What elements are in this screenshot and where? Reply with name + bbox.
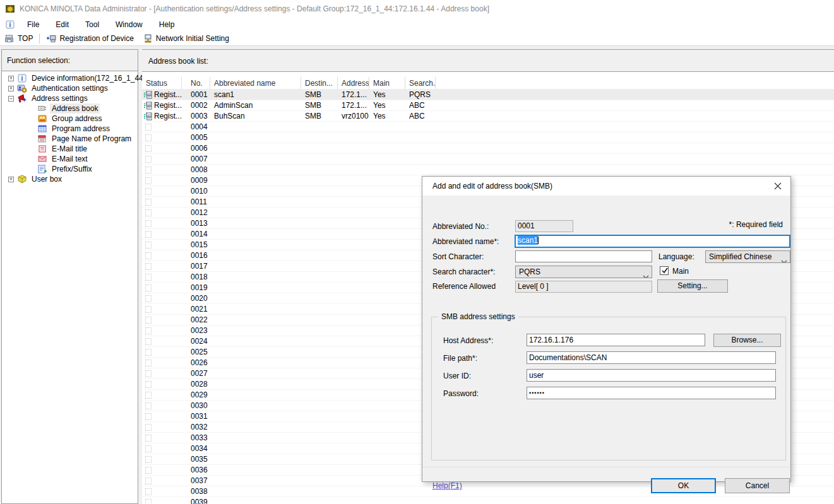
tree-item-program-address[interactable]: Program address	[2, 124, 138, 134]
host-address-input[interactable]: 172.16.1.176	[527, 334, 705, 346]
status-text: Regist...	[154, 90, 182, 100]
file-path-input[interactable]: Documentations\SCAN	[527, 351, 776, 364]
tree-item-group-address[interactable]: Group address	[2, 114, 138, 124]
toolbar-button-top[interactable]: TOP	[0, 32, 37, 45]
tree-item-authentication-settings[interactable]: +Authentication settings	[2, 83, 138, 93]
table-row-empty[interactable]: 0039	[142, 497, 834, 504]
menu-file[interactable]: File	[19, 18, 47, 31]
collapse-icon[interactable]: −	[8, 96, 14, 102]
cell-status	[142, 358, 182, 368]
table-row-empty[interactable]: 0005	[142, 132, 834, 143]
expand-icon[interactable]: +	[8, 76, 14, 81]
cell-no: 0011	[182, 197, 210, 208]
tree-item-address-settings[interactable]: −Address settings	[2, 93, 138, 103]
menu-tool[interactable]: Tool	[77, 18, 107, 31]
cell-no: 0004	[182, 122, 210, 132]
expand-icon[interactable]: +	[8, 177, 14, 182]
tree-item-label: Program address	[50, 124, 112, 134]
system-menu-icon[interactable]: i	[5, 20, 15, 30]
browse-button[interactable]: Browse...	[713, 334, 781, 347]
abbreviated-no-label: Abbreviated No.:	[432, 222, 489, 231]
sort-character-input[interactable]	[515, 250, 652, 262]
tree-item-device-information-172-16-1-44[interactable]: +iDevice information(172_16_1_44)	[2, 73, 138, 83]
empty-status-icon	[145, 413, 152, 420]
cell-status: Regist...	[142, 90, 182, 100]
table-row-empty[interactable]: 0008	[142, 165, 834, 175]
cell-no: 0005	[182, 132, 210, 143]
column-header-address[interactable]: Address	[338, 77, 369, 89]
expand-icon[interactable]: +	[8, 86, 14, 91]
cell-no: 0035	[182, 454, 210, 465]
help-link[interactable]: Help(F1)	[432, 481, 462, 490]
table-row[interactable]: Regist...0002AdminScanSMB172.1...YesABC	[142, 100, 834, 111]
cell-status	[142, 154, 182, 165]
tree-item-label: Page Name of Program	[50, 134, 133, 144]
tree-item-page-name-of-program[interactable]: Page Name of Program	[2, 134, 138, 144]
main-checkbox[interactable]	[660, 266, 669, 275]
status-text: Regist...	[154, 100, 182, 111]
table-row-empty[interactable]: 0004	[142, 122, 834, 132]
cell-no: 0031	[182, 411, 210, 422]
empty-status-icon	[145, 167, 152, 173]
close-icon[interactable]	[773, 181, 783, 191]
tree-item-user-box[interactable]: +User box	[2, 174, 138, 184]
registered-status-icon	[143, 90, 153, 100]
cell-no: 0003	[182, 111, 210, 122]
tree-item-label: E-Mail text	[50, 154, 90, 164]
cell-no: 0012	[182, 208, 210, 218]
cell-no: 0018	[182, 272, 210, 283]
cell-status	[142, 122, 182, 132]
empty-status-icon	[145, 252, 152, 259]
tree-item-prefix-suffix[interactable]: Prefix/Suffix	[2, 164, 138, 174]
menu-window[interactable]: Window	[107, 18, 151, 31]
cell-status	[142, 486, 182, 497]
column-header-destin[interactable]: Destin...	[301, 77, 338, 89]
tree-item-address-book[interactable]: Address book	[2, 103, 138, 114]
cell-abbreviated-name: AdminScan	[210, 100, 301, 111]
table-row[interactable]: Regist...0001scan1SMB172.1...YesPQRS	[142, 90, 834, 100]
column-header-search[interactable]: Search...	[405, 77, 436, 89]
tree-item-e-mail-title[interactable]: E-Mail title	[2, 144, 138, 154]
toolbar-button-network-initial-setting[interactable]: Network Initial Setting	[138, 32, 234, 45]
menu-edit[interactable]: Edit	[47, 18, 77, 31]
cell-no: 0008	[182, 165, 210, 175]
tree-item-label: Address settings	[30, 93, 90, 103]
table-row-empty[interactable]: 0006	[142, 143, 834, 154]
search-character-select[interactable]: PQRS	[515, 266, 652, 278]
cell-address: 172.1...	[338, 100, 369, 111]
empty-status-icon	[145, 381, 152, 388]
ok-button[interactable]: OK	[651, 478, 716, 493]
tree-item-e-mail-text[interactable]: E-Mail text	[2, 154, 138, 164]
cell-no: 0015	[182, 240, 210, 250]
title-bar: KONICA MINOLTA Data Administrator - [Aut…	[0, 0, 834, 17]
cell-main: Yes	[369, 111, 405, 122]
table-row[interactable]: Regist...0003BuhScanSMBvrz0100YesABC	[142, 111, 834, 122]
column-header-no[interactable]: No.	[182, 77, 210, 89]
registered-status-icon	[143, 101, 153, 110]
cell-address: 172.1...	[338, 90, 369, 100]
column-header-main[interactable]: Main	[369, 77, 405, 89]
user-id-input[interactable]: user	[527, 369, 776, 382]
setting-button[interactable]: Setting...	[657, 279, 728, 293]
password-input[interactable]: ••••••	[527, 387, 776, 399]
cell-status	[142, 283, 182, 293]
abbreviated-no-field: 0001	[515, 220, 573, 232]
language-select[interactable]: Simplified Chinese	[705, 250, 790, 263]
empty-status-icon	[145, 402, 152, 409]
empty-status-icon	[145, 499, 152, 504]
column-header-status[interactable]: Status	[142, 77, 182, 89]
empty-status-icon	[145, 456, 152, 463]
menu-bar: i FileEditToolWindowHelp	[0, 17, 834, 32]
column-header-abbreviated-name[interactable]: Abbreviated name	[210, 77, 301, 89]
cell-status	[142, 454, 182, 465]
svg-text:i: i	[21, 75, 23, 82]
cell-status	[142, 390, 182, 401]
cancel-button[interactable]: Cancel	[725, 478, 790, 493]
table-row-empty[interactable]: 0007	[142, 154, 834, 165]
abbreviated-name-input[interactable]: scan1	[515, 235, 790, 248]
menu-help[interactable]: Help	[151, 18, 183, 31]
svg-text:i: i	[9, 21, 11, 28]
empty-status-icon	[145, 156, 152, 163]
toolbar-button-registration-of-device[interactable]: Registration of Device	[42, 32, 138, 45]
empty-status-icon	[145, 242, 152, 249]
